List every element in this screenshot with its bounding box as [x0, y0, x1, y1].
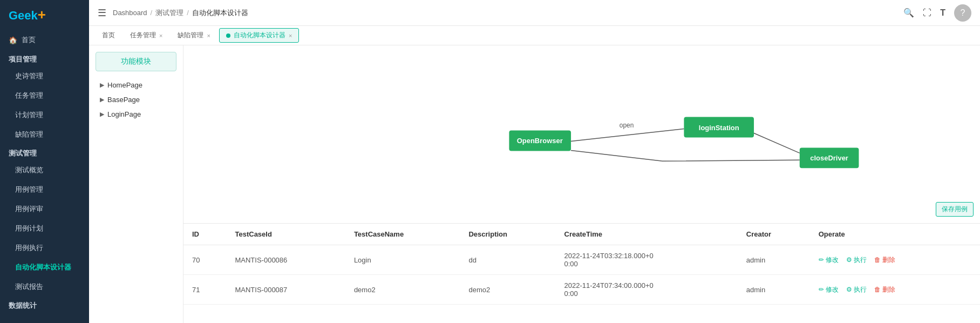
content-area: 功能模块 ▶ HomePage ▶ BasePage ▶ LoginPage — [89, 45, 980, 323]
sidebar-item-task[interactable]: 任务管理 — [0, 86, 89, 105]
col-description: Description — [460, 224, 555, 245]
edit-button-71[interactable]: ✏ 修改 — [819, 286, 839, 293]
font-size-icon[interactable]: T — [940, 8, 945, 18]
cell-time-71: 2022-11-24T07:34:00.000+00:00 — [556, 275, 738, 305]
panel-title: 功能模块 — [96, 52, 176, 71]
tab-task-label: 任务管理 — [130, 31, 156, 40]
breadcrumb-test-management[interactable]: 测试管理 — [155, 8, 183, 18]
node-open-browser-label: OpenBrowser — [517, 137, 563, 145]
flow-diagram: open OpenBrowser loginStation closeDrive… — [183, 45, 980, 223]
module-homepage-label: HomePage — [107, 81, 142, 89]
arrow-icon-loginpage: ▶ — [100, 111, 104, 118]
home-label: 首页 — [22, 35, 36, 45]
tab-home[interactable]: 首页 — [96, 29, 121, 42]
sidebar-item-case-management[interactable]: 用例管理 — [0, 180, 89, 199]
delete-button-70[interactable]: 🗑 删除 — [874, 256, 895, 264]
execute-button-70[interactable]: ⚙ 执行 — [846, 256, 867, 264]
table-area: ID TestCaseId TestCaseName Description C… — [183, 224, 980, 323]
module-loginpage[interactable]: ▶ LoginPage — [96, 107, 176, 122]
logo: Geek+ — [0, 0, 89, 30]
tab-defect-label: 缺陷管理 — [178, 31, 203, 40]
table-row: 71 MANTIS-000087 demo2 demo2 2022-11-24T… — [183, 275, 980, 305]
col-operate: Operate — [810, 224, 980, 245]
hamburger-icon[interactable]: ☰ — [98, 7, 106, 19]
col-id: ID — [183, 224, 226, 245]
cell-testcaseid-71: MANTIS-000087 — [226, 275, 345, 305]
breadcrumb-dashboard[interactable]: Dashboard — [113, 9, 147, 17]
cell-id-70: 70 — [183, 245, 226, 275]
tab-script-designer[interactable]: 自动化脚本设计器 × — [219, 28, 299, 43]
sidebar-item-case-review[interactable]: 用例评审 — [0, 199, 89, 219]
save-example-button[interactable]: 保存用例 — [936, 202, 974, 217]
sidebar-section-data: 数据统计 — [0, 297, 89, 313]
sidebar: Geek+ 🏠 首页 项目管理 史诗管理 任务管理 计划管理 缺陷管理 测试管理… — [0, 0, 89, 323]
sidebar-section-test: 测试管理 — [0, 144, 89, 160]
delete-button-71[interactable]: 🗑 删除 — [874, 286, 895, 293]
sidebar-item-script-designer[interactable]: 自动化脚本设计器 — [0, 258, 89, 277]
tab-active-dot — [226, 33, 230, 38]
cell-desc-71: demo2 — [460, 275, 555, 305]
breadcrumb: Dashboard / 测试管理 / 自动化脚本设计器 — [113, 8, 248, 18]
case-table: ID TestCaseId TestCaseName Description C… — [183, 224, 980, 305]
table-row: 70 MANTIS-000086 Login dd 2022-11-24T03:… — [183, 245, 980, 275]
breadcrumb-sep2: / — [187, 9, 189, 17]
cell-time-70: 2022-11-24T03:32:18.000+00:00 — [556, 245, 738, 275]
arrow-icon-basepage: ▶ — [100, 96, 104, 103]
arrow-icon-homepage: ▶ — [100, 82, 104, 89]
logo-text: Geek+ — [9, 6, 46, 23]
col-testcaseid: TestCaseId — [226, 224, 345, 245]
header-icons: 🔍 ⛶ T ? — [903, 4, 971, 22]
module-basepage-label: BasePage — [107, 96, 140, 104]
cell-creator-71: admin — [738, 275, 810, 305]
sidebar-item-epic[interactable]: 史诗管理 — [0, 66, 89, 86]
edit-button-70[interactable]: ✏ 修改 — [819, 256, 839, 264]
logo-plus: + — [38, 6, 46, 23]
edge-open-login — [571, 129, 684, 142]
tab-home-label: 首页 — [102, 31, 115, 40]
top-header: ☰ Dashboard / 测试管理 / 自动化脚本设计器 🔍 ⛶ T ? — [89, 0, 980, 26]
left-panel: 功能模块 ▶ HomePage ▶ BasePage ▶ LoginPage — [89, 45, 183, 323]
table-header-row: ID TestCaseId TestCaseName Description C… — [183, 224, 980, 245]
cell-operate-70: ✏ 修改 ⚙ 执行 🗑 删除 — [810, 245, 980, 275]
module-loginpage-label: LoginPage — [107, 110, 141, 118]
cell-operate-71: ✏ 修改 ⚙ 执行 🗑 删除 — [810, 275, 980, 305]
home-icon: 🏠 — [9, 36, 17, 44]
tab-task-close[interactable]: × — [159, 32, 162, 39]
module-homepage[interactable]: ▶ HomePage — [96, 78, 176, 92]
sidebar-item-case-execution[interactable]: 用例执行 — [0, 238, 89, 258]
module-basepage[interactable]: ▶ BasePage — [96, 92, 176, 107]
sidebar-item-case-plan[interactable]: 用例计划 — [0, 219, 89, 238]
breadcrumb-current: 自动化脚本设计器 — [192, 8, 248, 18]
logo-geek: Geek — [9, 9, 38, 22]
tab-task[interactable]: 任务管理 × — [124, 29, 169, 42]
right-panel: open OpenBrowser loginStation closeDrive… — [183, 45, 980, 323]
breadcrumb-sep1: / — [151, 9, 153, 17]
edge-open-close — [571, 150, 800, 161]
sidebar-item-plan[interactable]: 计划管理 — [0, 105, 89, 125]
cell-id-71: 71 — [183, 275, 226, 305]
cell-testcaseid-70: MANTIS-000086 — [226, 245, 345, 275]
col-testcasename: TestCaseName — [345, 224, 460, 245]
tab-bar: 首页 任务管理 × 缺陷管理 × 自动化脚本设计器 × — [89, 26, 980, 45]
cell-testcasename-71: demo2 — [345, 275, 460, 305]
cell-desc-70: dd — [460, 245, 555, 275]
node-login-station-label: loginStation — [699, 124, 739, 132]
sidebar-item-defect[interactable]: 缺陷管理 — [0, 125, 89, 144]
node-close-driver-label: closeDriver — [810, 154, 848, 162]
main-content: ☰ Dashboard / 测试管理 / 自动化脚本设计器 🔍 ⛶ T ? 首页… — [89, 0, 980, 323]
tab-script-close[interactable]: × — [289, 32, 292, 39]
cell-creator-70: admin — [738, 245, 810, 275]
sidebar-home[interactable]: 🏠 首页 — [0, 30, 89, 50]
sidebar-section-project: 项目管理 — [0, 50, 89, 66]
tab-defect-close[interactable]: × — [207, 32, 210, 39]
col-createtime: CreateTime — [556, 224, 738, 245]
tab-defect[interactable]: 缺陷管理 × — [171, 29, 216, 42]
edge-login-close — [754, 133, 800, 153]
avatar[interactable]: ? — [954, 4, 971, 22]
execute-button-71[interactable]: ⚙ 执行 — [846, 286, 867, 293]
sidebar-item-test-report[interactable]: 测试报告 — [0, 277, 89, 297]
search-icon[interactable]: 🔍 — [903, 8, 914, 18]
expand-icon[interactable]: ⛶ — [923, 8, 931, 18]
sidebar-item-test-overview[interactable]: 测试概览 — [0, 160, 89, 180]
col-creator: Creator — [738, 224, 810, 245]
